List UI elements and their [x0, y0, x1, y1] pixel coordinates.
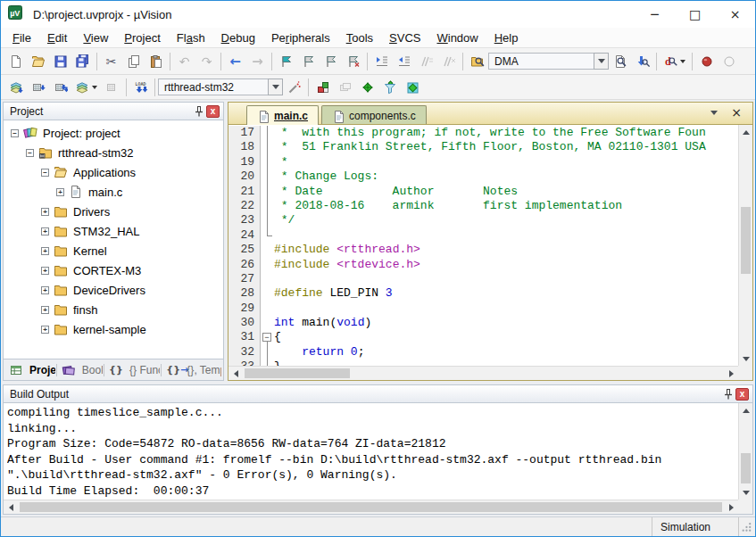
menu-view[interactable]: View	[75, 29, 116, 46]
project-panel-close-button[interactable]: x	[206, 105, 220, 118]
menu-help[interactable]: Help	[486, 29, 527, 46]
scroll-left-icon[interactable]	[228, 367, 243, 381]
resize-grip-icon[interactable]	[739, 517, 755, 536]
code-line-28[interactable]: 28#define LED_PIN 3	[228, 286, 738, 301]
close-document-icon[interactable]: ×	[731, 106, 742, 119]
find-in-files-button[interactable]	[466, 51, 488, 72]
unindent-button[interactable]	[393, 51, 415, 72]
options-for-target-button[interactable]	[283, 77, 305, 98]
copy-button[interactable]	[122, 51, 145, 72]
new-file-button[interactable]	[4, 51, 27, 72]
menu-tools[interactable]: Tools	[338, 29, 381, 46]
editor-vertical-scrollbar[interactable]	[738, 125, 752, 366]
download-button[interactable]: LOAD	[129, 77, 152, 98]
tree-expander-icon[interactable]: +	[41, 286, 49, 294]
tab-list-icon[interactable]	[710, 111, 718, 115]
code-lines[interactable]: 17 * with this program; if not, write to…	[228, 126, 738, 366]
clear-bookmarks-button[interactable]	[342, 51, 364, 72]
menu-debug[interactable]: Debug	[213, 29, 263, 46]
editor-hscroll-thumb[interactable]	[245, 368, 350, 378]
menu-flash[interactable]: Flash	[169, 29, 213, 46]
scroll-up-icon[interactable]	[739, 403, 753, 417]
manage-project-items-button[interactable]	[312, 77, 334, 98]
tree-item-finsh[interactable]: +finsh	[4, 300, 223, 319]
tree-item-project-project[interactable]: −Project: project	[4, 123, 223, 143]
save-all-button[interactable]	[71, 51, 94, 72]
select-software-packs-button[interactable]	[378, 77, 401, 98]
maximize-button[interactable]: □	[675, 1, 715, 28]
translate-button[interactable]	[4, 77, 27, 98]
pack-installer-button[interactable]	[401, 77, 423, 98]
output-vscroll-thumb[interactable]	[741, 453, 751, 483]
scroll-up-icon[interactable]	[739, 125, 753, 139]
code-line-23[interactable]: 23 */	[228, 213, 738, 227]
tree-expander-icon[interactable]: +	[41, 306, 49, 314]
sidebar-tab-project[interactable]: Project	[5, 361, 55, 378]
tree-expander-icon[interactable]: +	[56, 188, 64, 196]
target-select-dropdown-button[interactable]	[268, 78, 283, 95]
tree-item-cortex-m3[interactable]: +CORTEX-M3	[4, 260, 223, 280]
tree-expander-icon[interactable]: −	[11, 129, 19, 137]
code-line-22[interactable]: 22 * 2018-08-16 armink first implementat…	[228, 199, 738, 213]
incremental-find-button[interactable]	[631, 51, 653, 72]
tree-item-devicedrivers[interactable]: +DeviceDrivers	[4, 280, 223, 300]
tree-item-applications[interactable]: −Applications	[4, 162, 223, 182]
tree-expander-icon[interactable]: −	[26, 149, 34, 157]
quick-find-button[interactable]: d	[660, 51, 689, 72]
editor-vscroll-thumb[interactable]	[741, 207, 751, 275]
tree-item-rtthread-stm32[interactable]: −rtthread-stm32	[4, 143, 223, 162]
enable-breakpoint-button[interactable]	[718, 51, 740, 72]
navigate-back-button[interactable]: ←	[224, 51, 246, 72]
scroll-right-icon[interactable]	[724, 500, 738, 515]
code-line-20[interactable]: 20 * Change Logs:	[228, 169, 738, 184]
tree-item-drivers[interactable]: +Drivers	[4, 202, 223, 221]
minimize-button[interactable]: ─	[635, 1, 675, 28]
code-line-26[interactable]: 26#include <rtdevice.h>	[228, 258, 738, 272]
code-line-19[interactable]: 19 *	[228, 155, 738, 169]
menu-project[interactable]: Project	[116, 29, 168, 46]
find-button[interactable]	[609, 51, 631, 72]
code-line-25[interactable]: 25#include <rtthread.h>	[228, 243, 738, 257]
tree-expander-icon[interactable]: +	[41, 247, 49, 255]
sidebar-tab-books[interactable]: Books	[58, 361, 103, 378]
batch-build-button[interactable]	[71, 77, 101, 98]
scroll-down-icon[interactable]	[739, 351, 753, 366]
code-line-29[interactable]: 29	[228, 302, 738, 316]
tree-expander-icon[interactable]: +	[41, 208, 49, 216]
tree-item-kernel-sample[interactable]: +kernel-sample	[4, 319, 223, 339]
scroll-left-icon[interactable]	[4, 500, 18, 515]
next-bookmark-button[interactable]	[320, 51, 342, 72]
tree-expander-icon[interactable]: +	[41, 326, 49, 334]
menu-window[interactable]: Window	[428, 29, 486, 46]
code-area[interactable]: 17 * with this program; if not, write to…	[228, 124, 753, 381]
insert-breakpoint-button[interactable]	[695, 51, 718, 72]
paste-button[interactable]	[145, 51, 167, 72]
editor-horizontal-scrollbar[interactable]	[228, 366, 738, 380]
rebuild-button[interactable]	[49, 77, 71, 98]
toggle-bookmark-button[interactable]	[275, 51, 297, 72]
fold-collapse-icon[interactable]: −	[262, 333, 271, 342]
manage-run-time-environment-button[interactable]	[356, 77, 378, 98]
search-combo-dropdown-button[interactable]	[594, 53, 609, 70]
menu-peripherals[interactable]: Peripherals	[263, 29, 338, 46]
tree-item-main-c[interactable]: +main.c	[4, 182, 223, 202]
code-line-17[interactable]: 17 * with this program; if not, write to…	[228, 126, 738, 140]
scroll-down-icon[interactable]	[739, 485, 753, 500]
tree-item-kernel[interactable]: +Kernel	[4, 241, 223, 260]
target-select-combo[interactable]: rtthread-stm32	[158, 78, 268, 95]
editor-tab-components-c[interactable]: components.c	[321, 105, 427, 125]
tree-expander-icon[interactable]: +	[41, 267, 49, 275]
tree-item-stm32-hal[interactable]: +STM32_HAL	[4, 221, 223, 241]
menu-edit[interactable]: Edit	[39, 29, 75, 46]
tree-expander-icon[interactable]: −	[41, 169, 49, 177]
scroll-right-icon[interactable]	[724, 367, 738, 381]
sidebar-tab-func[interactable]: {}{} Func...	[105, 361, 160, 378]
code-line-32[interactable]: 32 return 0;	[228, 345, 738, 359]
close-button[interactable]: ×	[715, 1, 755, 28]
build-button[interactable]	[27, 77, 49, 98]
output-hscroll-thumb[interactable]	[20, 502, 722, 512]
menu-svcs[interactable]: SVCS	[381, 29, 428, 46]
code-line-31[interactable]: 31−{	[228, 330, 738, 344]
save-button[interactable]	[49, 51, 71, 72]
previous-bookmark-button[interactable]	[297, 51, 320, 72]
